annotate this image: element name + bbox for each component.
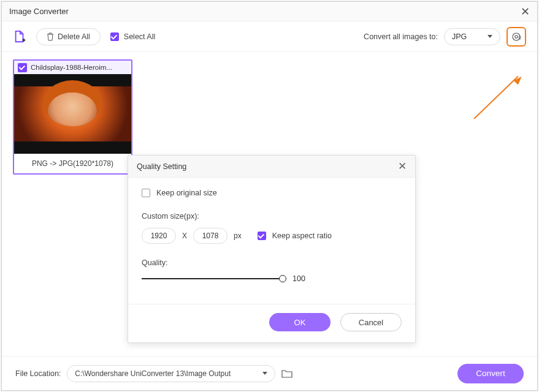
- quality-value: 100: [292, 274, 305, 283]
- toolbar-right: Convert all images to: JPG: [364, 27, 526, 47]
- thumbnail-header: Childsplay-1988-Heroim...: [14, 61, 131, 74]
- width-input[interactable]: 1920: [142, 228, 176, 244]
- dialog-body: Keep original size Custom size(px): 1920…: [128, 178, 415, 304]
- close-icon[interactable]: ✕: [521, 5, 530, 18]
- select-all-label: Select All: [124, 32, 155, 41]
- thumbnail-image: [14, 74, 131, 154]
- format-selected-value: JPG: [452, 32, 467, 41]
- custom-size-label: Custom size(px):: [142, 212, 402, 221]
- checkbox-icon: [110, 32, 119, 41]
- custom-size-row: 1920 X 1078 px Keep aspect ratio: [142, 228, 402, 244]
- dialog-header: Quality Setting ✕: [128, 156, 415, 178]
- footer: File Location: C:\Wondershare UniConvert…: [2, 356, 537, 390]
- thumbnail-checkbox[interactable]: [18, 63, 27, 72]
- open-folder-icon[interactable]: [281, 369, 292, 378]
- dialog-close-icon[interactable]: ✕: [398, 160, 407, 173]
- px-unit: px: [234, 232, 242, 240]
- file-location-select[interactable]: C:\Wondershare UniConverter 13\Image Out…: [67, 365, 275, 382]
- output-format-select[interactable]: JPG: [444, 28, 500, 45]
- keep-original-size-checkbox[interactable]: [142, 189, 150, 197]
- quality-slider[interactable]: [142, 278, 283, 279]
- add-file-icon[interactable]: [13, 30, 26, 43]
- gear-icon: [511, 31, 522, 42]
- annotation-arrow-head: [514, 74, 524, 85]
- window-title: Image Converter: [9, 7, 69, 16]
- keep-aspect-ratio-checkbox[interactable]: [258, 232, 266, 240]
- height-input[interactable]: 1078: [193, 228, 227, 244]
- quality-slider-row: 100: [142, 274, 402, 283]
- dialog-title: Quality Setting: [137, 162, 186, 171]
- keep-original-row: Keep original size: [142, 189, 402, 197]
- quality-settings-button[interactable]: [507, 27, 526, 47]
- quality-setting-dialog: Quality Setting ✕ Keep original size Cus…: [128, 155, 416, 343]
- toolbar: Delete All Select All Convert all images…: [2, 21, 537, 52]
- slider-knob-icon[interactable]: [279, 275, 286, 282]
- ok-button[interactable]: OK: [269, 313, 331, 331]
- thumbnail-filename: Childsplay-1988-Heroim...: [31, 64, 112, 71]
- convert-all-label: Convert all images to:: [364, 32, 438, 41]
- image-thumbnail[interactable]: Childsplay-1988-Heroim... PNG -> JPG(192…: [13, 59, 132, 175]
- delete-all-label: Delete All: [58, 32, 90, 41]
- quality-label: Quality:: [142, 258, 402, 267]
- select-all-checkbox[interactable]: Select All: [110, 32, 155, 41]
- file-location-path: C:\Wondershare UniConverter 13\Image Out…: [75, 369, 231, 378]
- app-window: Image Converter ✕ Delete All Select All …: [1, 1, 538, 391]
- dialog-actions: OK Cancel: [128, 304, 415, 342]
- trash-icon: [47, 32, 54, 41]
- svg-point-1: [515, 35, 518, 38]
- annotation-arrow: [473, 76, 518, 119]
- keep-original-label: Keep original size: [156, 189, 217, 197]
- convert-button[interactable]: Convert: [457, 364, 524, 383]
- titlebar: Image Converter ✕: [2, 2, 537, 21]
- thumbnail-caption: PNG -> JPG(1920*1078): [14, 154, 131, 173]
- file-location-label: File Location:: [15, 369, 61, 378]
- delete-all-button[interactable]: Delete All: [36, 28, 101, 45]
- keep-aspect-label: Keep aspect ratio: [272, 232, 332, 240]
- chevron-down-icon: [487, 35, 492, 38]
- cancel-button[interactable]: Cancel: [340, 313, 402, 331]
- content-area: Childsplay-1988-Heroim... PNG -> JPG(192…: [2, 52, 537, 356]
- chevron-down-icon: [262, 372, 267, 375]
- dimension-separator: X: [182, 232, 187, 240]
